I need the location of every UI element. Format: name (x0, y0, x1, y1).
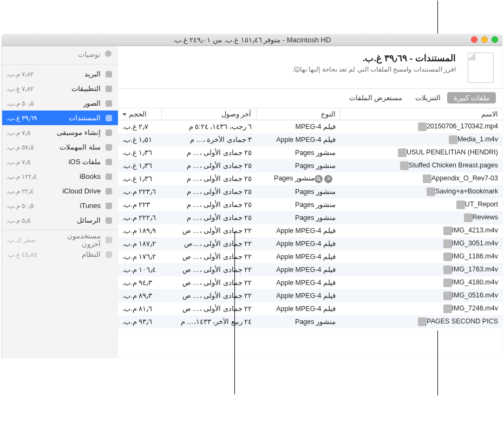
column-name[interactable]: الاسم (340, 108, 502, 120)
sidebar-item-label: المستندات (48, 114, 101, 122)
sidebar-item-mail[interactable]: البريد٧٫٨٢ م.ب. (2, 67, 118, 81)
main-area: توصيات البريد٧٫٨٢ م.ب.التطبيقات٧٫٨٢ غ.ب.… (2, 46, 502, 358)
table-row[interactable]: IMG_4213.m4vفيلم Apple MPEG-4٢٢ جمادى ال… (118, 224, 502, 237)
sidebar-item-itunes[interactable]: iTunes٥٠٫٥ م.ب. (2, 198, 118, 213)
table-row[interactable]: IMG_1763.m4vفيلم Apple MPEG-4٢٢ جمادى ال… (118, 263, 502, 276)
svg-rect-10 (106, 203, 112, 209)
sidebar-item-size: ٥٫٥ م.ب. (6, 217, 44, 224)
file-kind-cell: فيلم MPEG-4 (256, 120, 340, 133)
minimize-button[interactable] (481, 36, 488, 43)
sidebar-item-apps[interactable]: التطبيقات٧٫٨٢ غ.ب. (2, 81, 118, 96)
sidebar-item-label: سلة المهملات (48, 143, 101, 151)
tab-2[interactable]: مستعرض الملفات (343, 92, 409, 103)
callout-left (234, 232, 235, 394)
table-row[interactable]: UT_Reportمنشور Pages٢٥ جمادى الأولى ،… م… (118, 198, 502, 211)
table-row[interactable]: IMG_4180.m4vفيلم Apple MPEG-4٢٢ جمادى ال… (118, 276, 502, 289)
file-kind-cell: فيلم Apple MPEG-4 (256, 237, 340, 250)
sidebar-item-size: ١٢٢٫٤ م.ب. (6, 173, 44, 180)
file-size-cell: ٢٢٢٫٦ م.ب. (118, 211, 161, 224)
svg-rect-1 (106, 71, 112, 77)
category-subtitle: افرز المستندات وامسح الملفات التي لم تعد… (123, 66, 456, 73)
sidebar-item-photos[interactable]: الصور٥٠٫٥ م.ب. (2, 96, 118, 111)
file-kind-cell: منشور Pages (256, 146, 340, 159)
file-date-cell: ٢٢ جمادى الأولى ،… ص (161, 263, 256, 276)
table-row[interactable]: Reviewsمنشور Pages٢٥ جمادى الأولى ،… م٢٢… (118, 211, 502, 224)
file-kind-cell: فيلم Apple MPEG-4 (256, 250, 340, 263)
svg-rect-6 (106, 144, 112, 151)
file-size-cell: ٢٫٧ غ.ب. (118, 120, 161, 133)
column-accessed[interactable]: آخر وصول (161, 108, 256, 120)
file-icon (423, 174, 431, 183)
file-name-cell: IMG_1186.m4v (340, 250, 502, 263)
file-size-cell: ١٧٦٫٢ م.ب. (118, 250, 161, 263)
sidebar-item-docs[interactable]: المستندات٣٩٫٦٩ غ.ب. (2, 111, 118, 125)
table-row[interactable]: USUL PENELITIAN (HENDRI)منشور Pages٢٥ جم… (118, 146, 502, 159)
file-size-cell: ٢٢٣ م.ب. (118, 198, 161, 211)
file-icon (443, 291, 452, 300)
file-name-cell: PAGES SECOND PICS (340, 315, 502, 328)
recommendations-header[interactable]: توصيات (2, 48, 118, 62)
column-size[interactable]: الحجم (118, 108, 161, 120)
sidebar-item-label: iCloud Drive (48, 187, 101, 195)
cloud-icon (104, 186, 114, 196)
sidebar-item-ios[interactable]: ملفات iOS٧٫٥ م.ب. (2, 154, 118, 169)
column-kind[interactable]: النوع (256, 108, 340, 120)
file-date-cell: ٦ رجب، ١٤٣٦، ٥:٢٤ م (161, 120, 256, 133)
file-icon (443, 265, 452, 274)
maximize-button[interactable] (492, 36, 498, 43)
file-date-cell: ٢٥ جمادى الأولى ،… م (161, 211, 256, 224)
file-name-cell: IMG_7246.m4v (340, 302, 502, 315)
close-button[interactable] (471, 36, 477, 43)
table-row[interactable]: 20150706_170342.mp4فيلم MPEG-4٦ رجب، ١٤٣… (118, 120, 502, 133)
file-date-cell: ٢٥ جمادى الأولى ،… م (161, 159, 256, 172)
quicklook-button[interactable] (315, 175, 323, 183)
system-icon (104, 250, 114, 260)
sidebar-item-messages[interactable]: الرسائل٥٫٥ م.ب. (2, 213, 118, 228)
file-icon (456, 200, 465, 209)
svg-point-0 (105, 50, 112, 57)
table-row[interactable]: Saving+a+Bookmarkمنشور Pages٢٥ جمادى الأ… (118, 185, 502, 198)
file-icon (398, 148, 407, 157)
apps-icon (104, 84, 114, 94)
file-size-cell: ٨٩٫٣ م.ب. (118, 289, 161, 302)
file-kind-cell: منشور Pages (256, 315, 340, 328)
delete-button[interactable]: ✕ (324, 175, 332, 183)
sidebar-item-label: iBooks (48, 172, 101, 180)
file-name-cell: 20150706_170342.mp4 (340, 120, 502, 133)
table-row[interactable]: IMG_1186.m4vفيلم Apple MPEG-4٢٢ جمادى ال… (118, 250, 502, 263)
table-row[interactable]: Media_1.m4vفيلم Apple MPEG-4٣ جمادى الآخ… (118, 133, 502, 146)
sidebar-item-music-create[interactable]: إنشاء موسيقى٧٫٥ م.ب. (2, 125, 118, 140)
table-row[interactable]: IMG_0516.m4vفيلم Apple MPEG-4٢٢ جمادى ال… (118, 289, 502, 302)
file-icon (449, 135, 457, 144)
docs-icon (104, 113, 114, 123)
file-date-cell: ٢٥ جمادى الأولى ،… م (161, 172, 256, 185)
sidebar-item-trash[interactable]: سلة المهملات٥٧٫٥ م.ب. (2, 140, 118, 154)
file-date-cell: ٢٢ جمادى الأولى ،…ص (161, 237, 256, 250)
file-size-cell: ٨١٫٦ م.ب. (118, 302, 161, 315)
table-row[interactable]: IMG_7246.m4vفيلم Apple MPEG-4٢٢ جمادى ال… (118, 302, 502, 315)
tab-1[interactable]: التنزيلات (409, 92, 447, 103)
file-date-cell: ٢٢ جمادى الأولى ،… ص (161, 302, 256, 315)
table-row[interactable]: Stuffed Chicken Breast.pagesمنشور Pages٢… (118, 159, 502, 172)
sidebar-item-system[interactable]: النظام٤٥٫٨٥ غ.ب. (2, 247, 118, 262)
table-row[interactable]: PAGES SECOND PICSمنشور Pages٢٤ ربيع الآخ… (118, 315, 502, 328)
sidebar-item-size: ٧٫٨٢ م.ب. (6, 70, 44, 78)
file-size-cell: ١٫٣٦ غ.ب. (118, 146, 161, 159)
svg-rect-8 (106, 173, 112, 180)
sidebar-item-size: ٥٠٫٥ م.ب. (6, 100, 44, 107)
users-icon (104, 235, 114, 245)
sidebar-item-label: البريد (48, 70, 101, 78)
sidebar-item-books[interactable]: iBooks١٢٢٫٤ م.ب. (2, 169, 118, 184)
sidebar-item-users[interactable]: مستخدمون آخرونصفر ك.ب. (2, 232, 118, 247)
file-size-cell: ٩٣٫٦ م.ب. (118, 315, 161, 328)
file-kind-cell: منشور Pages (256, 198, 340, 211)
file-size-cell: ١٠٦٫٤ م.ب. (118, 263, 161, 276)
row-hover-actions: ✕ (315, 175, 332, 183)
table-row[interactable]: Appendix_O_Rev7-03✕منشور Pages٢٥ جمادى ا… (118, 172, 502, 185)
table-row[interactable]: IMG_3051.m4vفيلم Apple MPEG-4٢٢ جمادى ال… (118, 237, 502, 250)
file-size-cell: ١٨٧٫٢ م.ب. (118, 237, 161, 250)
file-name-cell: Saving+a+Bookmark (340, 185, 502, 198)
sidebar-item-cloud[interactable]: iCloud Drive٢٢٫٤ م.ب. (2, 184, 118, 198)
tab-0[interactable]: ملفات كبيرة (447, 92, 496, 103)
messages-icon (104, 216, 114, 225)
